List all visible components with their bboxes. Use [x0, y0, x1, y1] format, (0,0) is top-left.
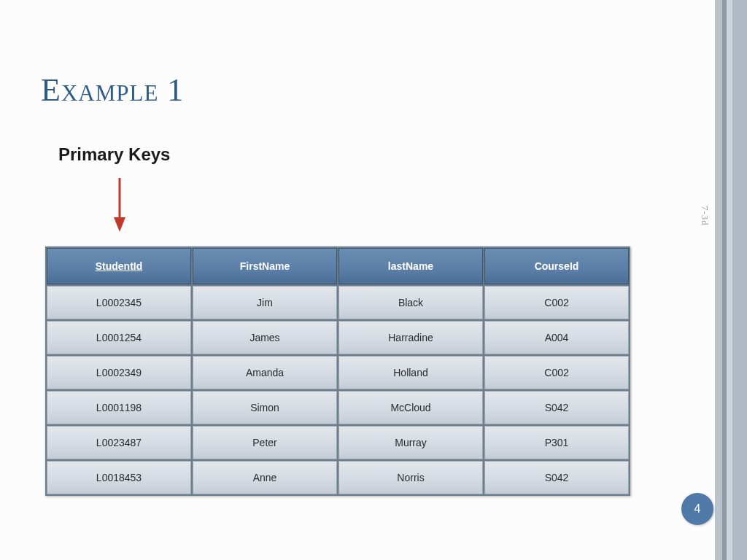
cell-lastname: Norris: [338, 461, 483, 494]
slide-code-label: 7-3d: [699, 206, 711, 226]
col-header-studentid: StudentId: [47, 248, 191, 284]
cell-courseid: S042: [484, 461, 629, 494]
cell-courseid: C002: [484, 286, 629, 319]
cell-studentid: L0018453: [47, 461, 191, 494]
cell-firstname: James: [193, 321, 337, 354]
table-row: L0001254 James Harradine A004: [47, 321, 629, 354]
col-header-courseid: CourseId: [484, 248, 629, 284]
cell-lastname: Black: [338, 286, 483, 319]
slide-side-rail: [715, 0, 747, 560]
slide-title: Example 1: [41, 71, 184, 109]
cell-studentid: L0002349: [47, 356, 191, 389]
cell-firstname: Simon: [193, 391, 337, 424]
cell-lastname: Holland: [338, 356, 483, 389]
cell-studentid: L0001198: [47, 391, 191, 424]
cell-firstname: Anne: [193, 461, 337, 494]
cell-firstname: Peter: [193, 426, 337, 459]
table-header-row: StudentId FirstName lastName CourseId: [47, 248, 629, 284]
cell-lastname: McCloud: [338, 391, 483, 424]
cell-courseid: A004: [484, 321, 629, 354]
cell-courseid: C002: [484, 356, 629, 389]
table-row: L0002349 Amanda Holland C002: [47, 356, 629, 389]
cell-firstname: Amanda: [193, 356, 337, 389]
page-number-badge: 4: [681, 493, 713, 525]
cell-lastname: Harradine: [338, 321, 483, 354]
cell-studentid: L0002345: [47, 286, 191, 319]
cell-courseid: P301: [484, 426, 629, 459]
primary-keys-annotation: Primary Keys: [58, 144, 170, 165]
cell-studentid: L0001254: [47, 321, 191, 354]
cell-firstname: Jim: [193, 286, 337, 319]
table-row: L0002345 Jim Black C002: [47, 286, 629, 319]
col-header-firstname: FirstName: [193, 248, 337, 284]
cell-courseid: S042: [484, 391, 629, 424]
col-header-lastname: lastName: [338, 248, 483, 284]
arrow-down-icon: [111, 175, 128, 236]
students-table: StudentId FirstName lastName CourseId L0…: [45, 246, 630, 496]
svg-marker-1: [114, 217, 125, 232]
table-row: L0018453 Anne Norris S042: [47, 461, 629, 494]
table-row: L0001198 Simon McCloud S042: [47, 391, 629, 424]
cell-studentid: L0023487: [47, 426, 191, 459]
table-row: L0023487 Peter Murray P301: [47, 426, 629, 459]
cell-lastname: Murray: [338, 426, 483, 459]
